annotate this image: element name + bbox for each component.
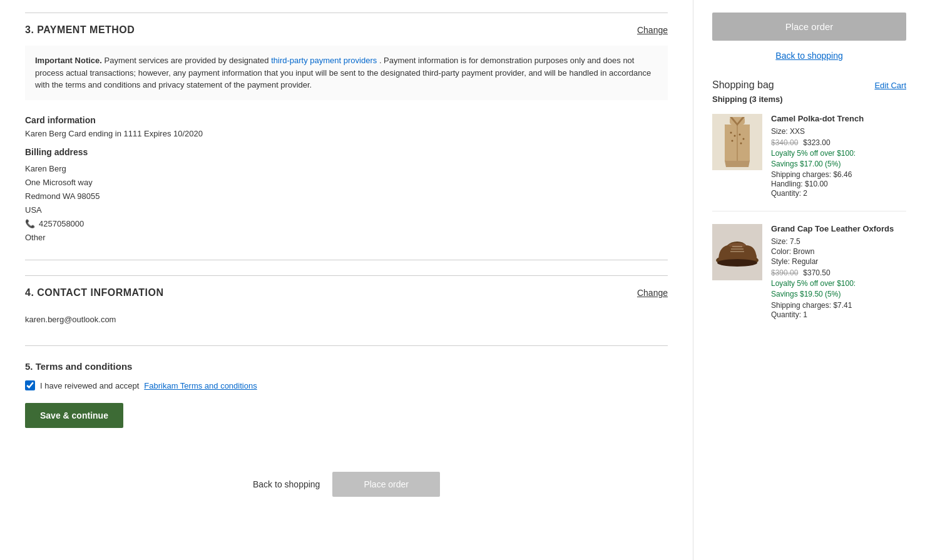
terms-section: 5. Terms and conditions I have reivewed …: [25, 361, 668, 428]
payment-title: 3. PAYMENT METHOD: [25, 24, 135, 36]
product-color-shoe: Color: Brown: [771, 247, 906, 256]
card-info-label: Card information: [25, 115, 668, 125]
product-image-coat: [712, 114, 762, 170]
product-loyalty-coat: Loyalty 5% off over $100:Savings $17.00 …: [771, 148, 906, 170]
product-name-shoe: Grand Cap Toe Leather Oxfords: [771, 224, 906, 235]
contact-header: 4. CONTACT INFORMATION Change: [25, 287, 668, 298]
billing-name: Karen Berg: [25, 162, 668, 176]
product-sale-price-coat: $323.00: [803, 138, 830, 147]
terms-checkbox[interactable]: [25, 380, 35, 390]
edit-cart-link[interactable]: Edit Cart: [874, 81, 906, 90]
billing-address: Karen Berg One Microsoft way Redmond WA …: [25, 162, 668, 245]
page-wrapper: 3. PAYMENT METHOD Change Important Notic…: [0, 0, 925, 560]
svg-marker-3: [725, 161, 750, 167]
product-quantity-shoe: Quantity: 1: [771, 310, 906, 319]
contact-title: 4. CONTACT INFORMATION: [25, 287, 164, 298]
product-sale-price-shoe: $370.50: [803, 268, 830, 277]
place-order-button-sidebar: Place order: [712, 13, 906, 41]
product-original-price-shoe: $390.00: [771, 268, 798, 277]
svg-point-18: [717, 259, 757, 267]
product-price-row-coat: $340.00 $323.00: [771, 137, 906, 147]
billing-country: USA: [25, 203, 668, 217]
shoe-svg: [713, 237, 761, 268]
product-name-coat: Camel Polka-dot Trench: [771, 114, 906, 125]
card-info-text: Karen Berg Card ending in 1111 Expires 1…: [25, 129, 668, 138]
coat-svg: [718, 117, 756, 167]
product-quantity-coat: Quantity: 2: [771, 189, 906, 198]
bottom-bar: Back to shopping Place order: [25, 453, 668, 503]
product-item-coat: Camel Polka-dot Trench Size: XXS $340.00…: [712, 114, 906, 211]
billing-phone-row: 📞 4257058000: [25, 217, 668, 231]
product-details-shoe: Grand Cap Toe Leather Oxfords Size: 7.5 …: [771, 224, 906, 319]
divider-2: [25, 345, 668, 346]
payment-method-section: 3. PAYMENT METHOD Change Important Notic…: [25, 13, 668, 245]
product-shipping-coat: Shipping charges: $6.46: [771, 170, 906, 179]
terms-number: 5.: [25, 361, 33, 372]
sidebar: Place order Back to shopping Shopping ba…: [693, 0, 925, 560]
billing-label: Billing address: [25, 147, 668, 157]
billing-phone: 4257058000: [39, 217, 84, 231]
notice-third-party-link[interactable]: third-party payment providers: [271, 56, 377, 65]
billing-address1: One Microsoft way: [25, 176, 668, 190]
terms-checkbox-label: I have reivewed and accept: [40, 381, 139, 390]
product-details-coat: Camel Polka-dot Trench Size: XXS $340.00…: [771, 114, 906, 198]
svg-point-9: [739, 134, 741, 136]
notice-bold: Important Notice.: [35, 56, 102, 65]
terms-link[interactable]: Fabrikam Terms and conditions: [144, 381, 257, 390]
svg-point-12: [740, 143, 742, 145]
shopping-bag-title: Shopping bag: [712, 79, 774, 91]
product-handling-coat: Handling: $10.00: [771, 180, 906, 188]
terms-checkbox-row: I have reivewed and accept Fabrikam Term…: [25, 380, 668, 390]
contact-info-section: 4. CONTACT INFORMATION Change karen.berg…: [25, 275, 668, 330]
terms-title: 5. Terms and conditions: [25, 361, 668, 372]
svg-point-10: [743, 138, 745, 140]
product-style-shoe: Style: Regular: [771, 257, 906, 266]
product-shipping-shoe: Shipping charges: $7.41: [771, 301, 906, 310]
product-size-coat: Size: XXS: [771, 127, 906, 136]
contact-change-link[interactable]: Change: [637, 288, 668, 298]
payment-header: 3. PAYMENT METHOD Change: [25, 24, 668, 36]
shopping-bag-header: Shopping bag Edit Cart: [712, 79, 906, 91]
payment-notice: Important Notice. Payment services are p…: [25, 46, 668, 100]
billing-type: Other: [25, 231, 668, 245]
back-to-shopping-link-bottom[interactable]: Back to shopping: [253, 479, 320, 489]
shipping-items-label: Shipping (3 items): [712, 94, 906, 104]
svg-point-11: [732, 140, 733, 142]
svg-point-14: [728, 243, 746, 248]
contact-email: karen.berg@outlook.com: [25, 308, 668, 330]
terms-label: Terms and conditions: [36, 361, 133, 372]
card-info: Card information Karen Berg Card ending …: [25, 115, 668, 245]
place-order-button-bottom: Place order: [332, 472, 440, 497]
svg-point-8: [734, 135, 736, 137]
product-size-shoe: Size: 7.5: [771, 237, 906, 246]
product-loyalty-shoe: Loyalty 5% off over $100:Savings $19.50 …: [771, 278, 906, 300]
back-to-shopping-link-sidebar[interactable]: Back to shopping: [712, 51, 906, 61]
phone-icon: 📞: [25, 217, 35, 231]
save-continue-button[interactable]: Save & continue: [25, 403, 123, 428]
billing-city-state-zip: Redmond WA 98055: [25, 190, 668, 203]
product-image-shoe: [712, 224, 762, 280]
payment-change-link[interactable]: Change: [637, 25, 668, 35]
svg-point-7: [730, 132, 732, 134]
product-original-price-coat: $340.00: [771, 138, 798, 147]
notice-text1: Payment services are provided by designa…: [105, 56, 272, 65]
product-item-shoe: Grand Cap Toe Leather Oxfords Size: 7.5 …: [712, 224, 906, 332]
product-price-row-shoe: $390.00 $370.50: [771, 267, 906, 277]
divider-1: [25, 260, 668, 260]
main-content: 3. PAYMENT METHOD Change Important Notic…: [0, 0, 693, 560]
